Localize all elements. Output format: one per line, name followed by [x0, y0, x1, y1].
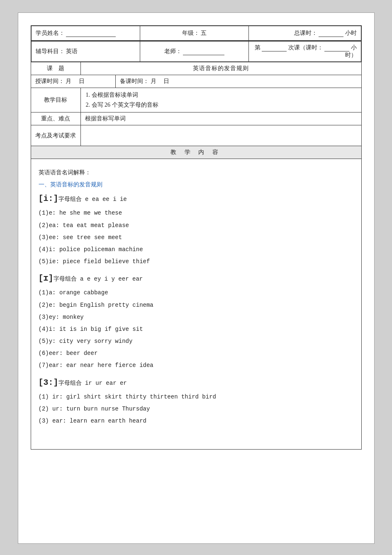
student-name-label: 学员姓名：	[36, 30, 65, 36]
phoneme2-item-4: (5)y: city very sorry windy	[39, 336, 354, 347]
phoneme2-item-0: (1)a: orange cabbage	[39, 288, 354, 298]
phoneme1-header: [i:]字母组合 e ea ee i ie	[39, 191, 354, 206]
phoneme2-item-2: (3)ey: monkey	[39, 312, 354, 323]
form-table: 学员姓名： 年级： 五 总课时： 小时	[31, 25, 362, 159]
teaching-content-header-row: 教 学 内 容	[31, 146, 361, 159]
prep-time-label: 备课时间：	[120, 78, 149, 84]
teaching-content-header: 教 学 内 容	[31, 146, 361, 159]
phoneme3-header: [3:]字母组合 ir ur ear er	[39, 375, 354, 390]
exam-points-label: 考点及考试要求	[31, 125, 80, 146]
total-hours-label: 总课时：	[294, 30, 317, 36]
page: 学员姓名： 年级： 五 总课时： 小时	[18, 12, 375, 544]
phoneme1-item-1: (2)ea: tea eat meat please	[39, 220, 354, 231]
session-label: 第	[255, 44, 261, 51]
phoneme2-combinations: a e ey i y eer ear	[80, 276, 143, 282]
phoneme2-item-6: (7)ear: ear near here fierce idea	[39, 360, 354, 371]
teaching-goal-label: 教学目标	[31, 88, 80, 112]
teaching-goal-row: 教学目标 1. 会根据音标读单词 2. 会写 26 个英文字母的音标	[31, 88, 361, 112]
total-hours-field[interactable]	[319, 30, 343, 37]
phoneme2-symbol: [ɪ]	[39, 274, 54, 283]
subject-value: 英语	[66, 48, 78, 54]
key-points-label: 重点、难点	[31, 112, 80, 125]
intro-text: 英语语音名词解释：	[39, 167, 354, 178]
phoneme3-item-0: (1) ir: girl shirt skirt thirty thirteen…	[39, 392, 354, 402]
teaching-time-label: 授课时间：	[35, 78, 64, 84]
phoneme1-item-3: (4)i: police policeman machine	[39, 244, 354, 255]
teaching-goal-2: 2. 会写 26 个英文字母的音标	[86, 101, 356, 109]
grade-value: 五	[201, 30, 207, 36]
phoneme2-label: 字母组合	[54, 276, 77, 282]
session-mid: 次课（课时：	[288, 44, 323, 51]
phoneme3-item-2: (3) ear: learn earn earth heard	[39, 416, 354, 426]
phoneme2-item-1: (2)e: begin English pretty cinema	[39, 300, 354, 311]
section1-title: 一、英语音标的发音规则	[39, 179, 354, 190]
phoneme1-item-4: (5)ie: piece field believe thief	[39, 257, 354, 267]
phoneme1-item-0: (1)e: he she me we these	[39, 208, 354, 218]
session-hours-field[interactable]	[324, 44, 349, 51]
student-name-field[interactable]	[66, 30, 116, 37]
header-row-1: 学员姓名： 年级： 五 总课时： 小时	[31, 26, 361, 41]
day-label: 日	[79, 78, 85, 84]
hours-unit: 小时	[345, 30, 357, 36]
phoneme1-symbol: [i:]	[39, 194, 58, 203]
teaching-time-row: 授课时间： 月 日 备课时间： 月 日	[31, 75, 361, 88]
month-label: 月	[66, 78, 71, 84]
phoneme3-label: 字母组合	[58, 380, 82, 386]
teacher-field[interactable]	[183, 48, 224, 55]
phoneme1-label: 字母组合	[58, 196, 82, 203]
key-points-row: 重点、难点 根据音标写单词	[31, 112, 361, 125]
day-label-2: 日	[163, 78, 169, 84]
session-number-field[interactable]	[262, 44, 287, 51]
phoneme3-symbol: [3:]	[39, 378, 58, 387]
phoneme2-header: [ɪ]字母组合 a e ey i y eer ear	[39, 271, 354, 286]
phoneme2-item-5: (6)eer: beer deer	[39, 348, 354, 359]
phoneme1-combinations: e ea ee i ie	[85, 196, 127, 203]
course-title-value: 英语音标的发音规则	[80, 62, 361, 75]
phoneme3-item-1: (2) ur: turn burn nurse Thursday	[39, 404, 354, 414]
teacher-label: 老师：	[164, 48, 182, 54]
key-points-value: 根据音标写单词	[80, 112, 361, 125]
month-label-2: 月	[151, 78, 156, 84]
course-title-row: 课 题 英语音标的发音规则	[31, 62, 361, 75]
exam-points-value	[80, 125, 361, 146]
phoneme1-item-2: (3)ee: see tree see meet	[39, 232, 354, 243]
teaching-goal-1: 1. 会根据音标读单词	[86, 91, 356, 99]
content-area: 英语语音名词解释： 一、英语音标的发音规则 [i:]字母组合 e ea ee i…	[31, 159, 362, 450]
grade-label: 年级：	[182, 30, 200, 36]
exam-points-row: 考点及考试要求	[31, 125, 361, 146]
subject-label: 辅导科目：	[36, 48, 65, 54]
course-title-label: 课 题	[31, 62, 80, 75]
phoneme3-combinations: ir ur ear er	[85, 380, 127, 386]
phoneme2-item-3: (4)i: it is in big if give sit	[39, 324, 354, 335]
header-row-2: 辅导科目： 英语 老师： 第 次课（课时：	[31, 41, 361, 62]
